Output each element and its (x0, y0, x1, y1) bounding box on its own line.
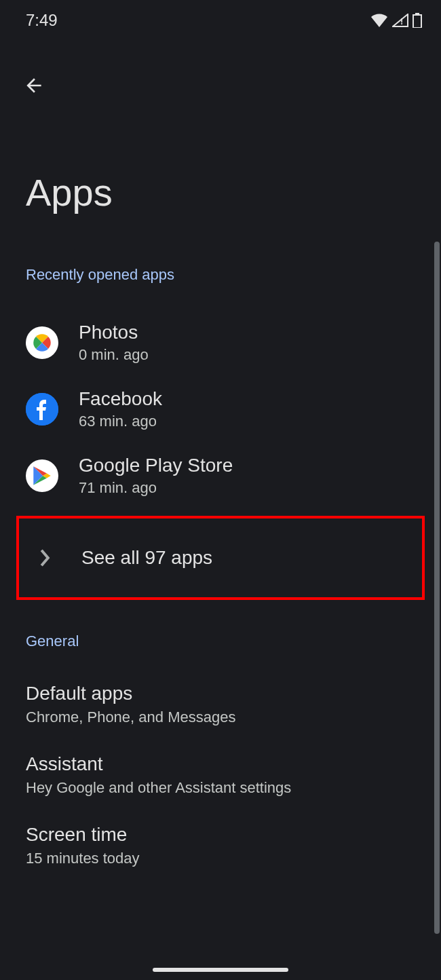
status-icons: ! (370, 13, 422, 28)
playstore-icon (26, 459, 58, 492)
recent-apps-list: Photos 0 min. ago Facebook 63 min. ago G (0, 284, 441, 600)
app-subtitle: 71 min. ago (79, 479, 233, 497)
photos-icon (26, 326, 58, 359)
general-subtitle: 15 minutes today (26, 850, 415, 867)
app-info: Google Play Store 71 min. ago (79, 455, 233, 497)
app-name: Google Play Store (79, 455, 233, 476)
page-title: Apps (0, 99, 441, 212)
scrollbar[interactable] (434, 242, 440, 934)
status-time: 7:49 (26, 11, 58, 30)
see-all-label: See all 97 apps (81, 547, 212, 569)
app-subtitle: 0 min. ago (79, 346, 149, 364)
facebook-icon (26, 393, 58, 426)
chevron-right-icon (28, 542, 61, 574)
general-item-default-apps[interactable]: Default apps Chrome, Phone, and Messages (0, 669, 441, 740)
app-info: Photos 0 min. ago (79, 322, 149, 364)
nav-indicator[interactable] (153, 968, 288, 972)
battery-icon (413, 13, 422, 28)
app-name: Facebook (79, 388, 162, 410)
general-item-assistant[interactable]: Assistant Hey Google and other Assistant… (0, 740, 441, 810)
general-title: Default apps (26, 683, 415, 704)
signal-icon: ! (392, 14, 408, 27)
see-all-apps-button[interactable]: See all 97 apps (16, 516, 425, 600)
svg-rect-2 (413, 15, 421, 28)
section-header-general: General (0, 600, 441, 650)
general-subtitle: Hey Google and other Assistant settings (26, 779, 415, 797)
section-header-recent: Recently opened apps (0, 212, 441, 284)
app-item-facebook[interactable]: Facebook 63 min. ago (0, 376, 441, 442)
general-subtitle: Chrome, Phone, and Messages (26, 709, 415, 726)
app-name: Photos (79, 322, 149, 343)
status-bar: 7:49 ! (0, 0, 441, 38)
app-item-photos[interactable]: Photos 0 min. ago (0, 309, 441, 376)
back-button[interactable] (20, 72, 47, 99)
app-item-playstore[interactable]: Google Play Store 71 min. ago (0, 442, 441, 509)
general-list: Default apps Chrome, Phone, and Messages… (0, 650, 441, 881)
app-subtitle: 63 min. ago (79, 413, 162, 430)
general-item-screen-time[interactable]: Screen time 15 minutes today (0, 810, 441, 881)
general-title: Screen time (26, 824, 415, 846)
arrow-left-icon (23, 75, 45, 96)
wifi-icon (370, 14, 388, 27)
app-info: Facebook 63 min. ago (79, 388, 162, 430)
general-title: Assistant (26, 753, 415, 775)
app-bar (0, 38, 441, 99)
svg-text:!: ! (400, 16, 403, 26)
